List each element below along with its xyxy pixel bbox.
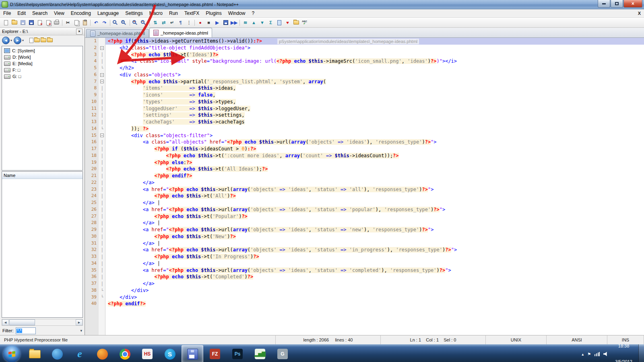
close-file-button[interactable] xyxy=(35,19,44,27)
hidden-icons-arrow-icon[interactable]: ▴ xyxy=(582,352,584,356)
code-line[interactable]: 14└ )); ?> xyxy=(85,125,644,132)
code-line[interactable]: 8│ 'items' => $this->ideas, xyxy=(85,85,644,92)
code-line[interactable]: 11│ 'loggedUser' => $this->loggedUser, xyxy=(85,105,644,112)
play-macro-button[interactable]: ▶ xyxy=(213,19,221,27)
code-line[interactable]: 28│ </a> | xyxy=(85,220,644,226)
helpsystem-taskbar-button[interactable]: HS xyxy=(136,345,158,362)
copy-button[interactable] xyxy=(72,19,80,27)
forward-dropdown-button[interactable]: ▾ xyxy=(22,39,24,42)
tab-2[interactable]: _homepage-ideas.phtml xyxy=(149,28,212,37)
menu-textfx[interactable]: TextFX xyxy=(181,9,202,17)
save-button[interactable] xyxy=(19,19,27,27)
tsv-up-button[interactable]: ▲ xyxy=(250,19,258,27)
code-line[interactable]: 27│ <?php echo $this->t('Popular')?> xyxy=(85,213,644,220)
scroll-right-icon[interactable]: ▶ xyxy=(76,319,83,325)
volume-icon[interactable] xyxy=(603,352,609,356)
internet-explorer-taskbar-button[interactable]: e xyxy=(69,345,91,362)
menu-window[interactable]: Window xyxy=(225,9,249,17)
paste-button[interactable] xyxy=(80,19,89,27)
back-button[interactable]: ◀ xyxy=(2,37,10,44)
code-line[interactable]: 18│ <?php echo $this->t(':count more ide… xyxy=(85,152,644,159)
compare-button[interactable]: ♥ xyxy=(283,19,292,27)
folder-up-icon[interactable] xyxy=(34,38,40,42)
code-line[interactable]: 29│ <a href="<?php echo $this->url(array… xyxy=(85,226,644,233)
media-app-taskbar-button[interactable] xyxy=(46,345,68,362)
code-line[interactable]: 19│ <?php else:?> xyxy=(85,159,644,166)
doc-monitor-button[interactable] xyxy=(275,19,283,27)
maximize-button[interactable] xyxy=(611,0,623,8)
close-all-button[interactable] xyxy=(44,19,52,27)
menu-encoding[interactable]: Encoding xyxy=(68,9,94,17)
sync-horizontal-button[interactable]: ⇄ xyxy=(159,19,168,27)
spell-check-button[interactable] xyxy=(300,19,309,27)
scroll-left-icon[interactable]: ◀ xyxy=(2,319,9,325)
menu-language[interactable]: Language xyxy=(94,9,122,17)
windows-explorer-taskbar-button[interactable] xyxy=(24,345,45,362)
code-line[interactable]: 39└ </div> xyxy=(85,294,644,301)
menu-help[interactable]: ? xyxy=(248,9,258,17)
print-button[interactable] xyxy=(52,19,61,27)
code-line[interactable]: 26│ <a href="<?php echo $this->url(array… xyxy=(85,206,644,213)
explorer-hscrollbar[interactable]: ◀ ▶ xyxy=(2,319,83,326)
save-macro-button[interactable] xyxy=(221,19,230,27)
replace-button[interactable] xyxy=(120,19,128,27)
code-line[interactable]: 40<?php endif?> xyxy=(85,300,644,307)
tab-1[interactable]: _homepage-ideas.phtml xyxy=(86,29,149,37)
code-line[interactable]: 34│ </a> | xyxy=(85,260,644,267)
skype-taskbar-button[interactable]: S xyxy=(159,345,181,362)
action-center-flag-icon[interactable]: ⚑ xyxy=(587,352,591,356)
filter-dropdown-icon[interactable]: ▾ xyxy=(80,329,82,333)
minimize-button[interactable] xyxy=(598,0,610,8)
code-line[interactable]: 37│ </a> xyxy=(85,280,644,287)
tsv-wave-button[interactable]: ≋ xyxy=(241,19,250,27)
code-line[interactable]: 9│ 'icons' => false, xyxy=(85,92,644,99)
code-line[interactable]: 24│ <?php echo $this->t('All')?> xyxy=(85,193,644,200)
editor[interactable]: 1<?php if($this->ideas->getCurrentItems(… xyxy=(85,38,644,335)
show-desktop-button[interactable] xyxy=(638,344,644,362)
utility-app-taskbar-button[interactable]: G xyxy=(272,345,293,362)
code-line[interactable]: 17│ <?php if ($this->ideasCount > 0):?> xyxy=(85,146,644,152)
sync-vertical-button[interactable]: ⇅ xyxy=(151,19,159,27)
tree-item-drive[interactable]: E: [Media] xyxy=(2,60,83,67)
explorer-close-icon[interactable]: × xyxy=(76,29,83,35)
firefox-taskbar-button[interactable] xyxy=(91,345,113,362)
tree-item-drive[interactable]: G: □ xyxy=(2,73,83,80)
code-line[interactable]: 33│ <?php echo $this->t('In Progress')?> xyxy=(85,253,644,260)
fold-marker[interactable] xyxy=(99,72,105,78)
folder-go-icon[interactable] xyxy=(47,38,53,42)
code-line[interactable]: 23│ <a href="<?php echo $this->url(array… xyxy=(85,186,644,193)
new-doc-icon[interactable] xyxy=(29,38,33,43)
close-button[interactable]: × xyxy=(623,0,642,8)
tree-item-drive[interactable]: D: [Work] xyxy=(2,54,83,60)
show-all-chars-button[interactable]: ¶ xyxy=(176,19,185,27)
folder-open-icon[interactable] xyxy=(41,38,46,42)
menu-edit[interactable]: Edit xyxy=(14,9,29,17)
code-line[interactable]: 31│ </a> | xyxy=(85,240,644,247)
menu-file[interactable]: File xyxy=(0,9,14,17)
code-line[interactable]: 10│ 'types' => $this->types, xyxy=(85,99,644,105)
code-line[interactable]: 4│ <i class="ico-small" style="backgroun… xyxy=(85,58,644,65)
code-line[interactable]: 38└ </div> xyxy=(85,287,644,294)
open-file-button[interactable] xyxy=(10,19,19,27)
word-wrap-button[interactable]: ↵ xyxy=(168,19,176,27)
zoom-in-button[interactable] xyxy=(131,19,140,27)
tree-item-drive[interactable]: F: □ xyxy=(2,67,83,73)
menu-settings[interactable]: Settings xyxy=(122,9,146,17)
new-file-button[interactable] xyxy=(2,19,10,27)
stop-macro-button[interactable]: ■ xyxy=(204,19,213,27)
chrome-taskbar-button[interactable] xyxy=(114,345,136,362)
forward-button[interactable]: ▶ xyxy=(14,37,21,44)
code-line[interactable]: 15 <div class="objects-filter"> xyxy=(85,132,644,139)
code-line[interactable]: 22│ </a> xyxy=(85,179,644,186)
save-all-button[interactable] xyxy=(27,19,35,27)
code-line[interactable]: 7 <?php echo $this->partial('_responses_… xyxy=(85,78,644,85)
code-line[interactable]: 12│ 'settings' => $this->settings, xyxy=(85,112,644,119)
menu-plugins[interactable]: Plugins xyxy=(202,9,225,17)
undo-button[interactable]: ↶ xyxy=(92,19,100,27)
find-button[interactable] xyxy=(111,19,120,27)
code-line[interactable]: 32│ <a href="<?php echo $this->url(array… xyxy=(85,247,644,253)
scrollbar-thumb[interactable] xyxy=(9,319,35,325)
run-macro-multiple-button[interactable]: ▶▶ xyxy=(230,19,238,27)
code-line[interactable]: 13│ 'cacheTags' => $this->cacheTags xyxy=(85,119,644,125)
code-line[interactable]: 25│ </a> | xyxy=(85,200,644,206)
